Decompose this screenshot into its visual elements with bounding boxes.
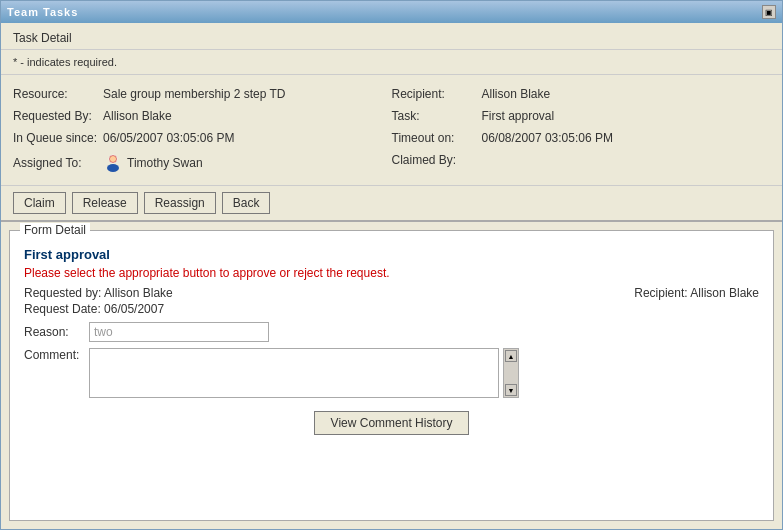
- timeout-label: Timeout on:: [392, 131, 482, 145]
- restore-button[interactable]: ▣: [762, 5, 776, 19]
- form-request-date-label: Request Date:: [24, 302, 101, 316]
- form-detail-section: Form Detail First approval Please select…: [9, 230, 774, 521]
- svg-point-1: [107, 164, 119, 172]
- recipient-value: Allison Blake: [482, 87, 551, 101]
- form-requested-by: Requested by: Allison Blake: [24, 286, 173, 300]
- action-buttons-row: Claim Release Reassign Back: [1, 186, 782, 222]
- content-area: Task Detail * - indicates required. Reso…: [1, 23, 782, 529]
- resource-label: Resource:: [13, 87, 103, 101]
- form-subtitle: Please select the appropriate button to …: [24, 266, 759, 280]
- avatar-icon: [103, 153, 123, 173]
- comment-label: Comment:: [24, 348, 89, 362]
- scrollbar[interactable]: ▲ ▼: [503, 348, 519, 398]
- required-note: * - indicates required.: [1, 50, 782, 75]
- task-row: Task: First approval: [392, 107, 771, 125]
- form-detail-content: First approval Please select the appropr…: [10, 231, 773, 520]
- reason-row: Reason:: [24, 322, 759, 342]
- reason-input[interactable]: [89, 322, 269, 342]
- in-queue-value: 06/05/2007 03:05:06 PM: [103, 131, 234, 145]
- form-request-date: Request Date: 06/05/2007: [24, 302, 164, 316]
- title-bar-controls: ▣: [762, 5, 776, 19]
- back-button[interactable]: Back: [222, 192, 271, 214]
- view-comment-btn-row: View Comment History: [24, 411, 759, 435]
- form-title: First approval: [24, 247, 759, 262]
- window-title: Team Tasks: [7, 6, 78, 18]
- timeout-row: Timeout on: 06/08/2007 03:05:06 PM: [392, 129, 771, 147]
- form-request-date-value: 06/05/2007: [104, 302, 164, 316]
- in-queue-label: In Queue since:: [13, 131, 103, 145]
- form-recipient-value: Allison Blake: [690, 286, 759, 300]
- requested-by-value: Allison Blake: [103, 109, 172, 123]
- task-info-grid: Resource: Sale group membership 2 step T…: [1, 75, 782, 186]
- in-queue-row: In Queue since: 06/05/2007 03:05:06 PM: [13, 129, 392, 147]
- task-label: Task:: [392, 109, 482, 123]
- form-date-row: Request Date: 06/05/2007: [24, 302, 759, 316]
- svg-point-2: [110, 156, 116, 162]
- title-bar: Team Tasks ▣: [1, 1, 782, 23]
- assigned-value: Timothy Swan: [127, 156, 203, 170]
- scroll-up-arrow[interactable]: ▲: [505, 350, 517, 362]
- recipient-label: Recipient:: [392, 87, 482, 101]
- timeout-value: 06/08/2007 03:05:06 PM: [482, 131, 613, 145]
- claimed-label: Claimed By:: [392, 153, 482, 167]
- claimed-row: Claimed By:: [392, 151, 771, 175]
- main-window: Team Tasks ▣ Task Detail * - indicates r…: [0, 0, 783, 530]
- form-info-row: Requested by: Allison Blake Recipient: A…: [24, 286, 759, 300]
- assigned-label: Assigned To:: [13, 156, 103, 170]
- view-comment-button[interactable]: View Comment History: [314, 411, 470, 435]
- reassign-button[interactable]: Reassign: [144, 192, 216, 214]
- comment-textarea[interactable]: [89, 348, 499, 398]
- task-value: First approval: [482, 109, 555, 123]
- recipient-row: Recipient: Allison Blake: [392, 85, 771, 103]
- form-requested-by-label: Requested by:: [24, 286, 101, 300]
- task-detail-title: Task Detail: [13, 31, 72, 45]
- assigned-row: Assigned To: Timothy Swan: [13, 151, 392, 175]
- form-detail-label: Form Detail: [20, 223, 90, 237]
- form-recipient: Recipient: Allison Blake: [634, 286, 759, 300]
- claim-button[interactable]: Claim: [13, 192, 66, 214]
- comment-row: Comment: ▲ ▼: [24, 348, 759, 401]
- reason-label: Reason:: [24, 325, 89, 339]
- resource-value: Sale group membership 2 step TD: [103, 87, 286, 101]
- scroll-down-arrow[interactable]: ▼: [505, 384, 517, 396]
- requested-by-row: Requested By: Allison Blake: [13, 107, 392, 125]
- release-button[interactable]: Release: [72, 192, 138, 214]
- requested-by-label: Requested By:: [13, 109, 103, 123]
- resource-row: Resource: Sale group membership 2 step T…: [13, 85, 392, 103]
- section-header: Task Detail: [1, 23, 782, 50]
- form-recipient-label: Recipient:: [634, 286, 687, 300]
- form-requested-by-value: Allison Blake: [104, 286, 173, 300]
- comment-textarea-container: ▲ ▼: [89, 348, 519, 401]
